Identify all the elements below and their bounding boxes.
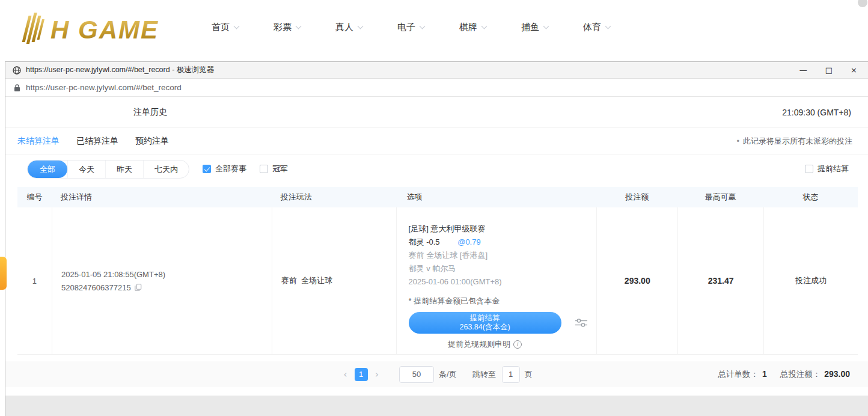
col-header-play-type: 投注玩法 [272,192,396,203]
date-filter-group: 全部 今天 昨天 七天内 [27,160,189,179]
nav-item-label: 体育 [583,22,601,33]
chevron-down-icon [358,23,364,29]
nav-item-label: 真人 [335,22,353,33]
nav-item-label: 首页 [212,22,230,33]
champion-checkbox[interactable]: 冠军 [260,164,288,174]
clock: 21:09:30 (GMT+8) [782,108,851,117]
col-header-max-win: 最高可赢 [677,192,763,203]
tab-reserved[interactable]: 预约注单 [135,136,169,147]
cashout-button[interactable]: 提前结算 263.84(含本金) [409,312,561,334]
pick-line: 都灵 -0.5 @0.79 [409,236,597,249]
col-header-details: 投注详情 [52,192,272,203]
nav-item-fishing[interactable]: 捕鱼 [521,22,548,33]
nav-item-label: 捕鱼 [521,22,539,33]
nav-item-label: 棋牌 [459,22,477,33]
bet-id-line: 5208247606377215 [61,283,272,292]
nav-item-label: 电子 [397,22,415,33]
bullet-icon: • [736,136,739,145]
early-settle-label: 提前结算 [818,164,849,174]
copy-icon[interactable] [135,284,142,291]
total-amount-value: 293.00 [824,369,850,379]
next-page-button[interactable]: › [373,369,381,380]
site-logo[interactable]: H GAME [17,10,185,47]
total-count-label: 总计单数： [718,369,759,380]
tabs-note-text: 此记录将显示所有未派彩的投注 [743,136,852,147]
nav-item-live[interactable]: 真人 [335,22,362,33]
early-settle-checkbox[interactable]: 提前结算 [805,164,849,174]
site-header: H GAME 首页 彩票 真人 电子 棋牌 [0,0,868,61]
prev-page-button[interactable]: ‹ [341,369,349,380]
cashout-adjust-icon[interactable] [575,318,588,328]
nav-item-cards[interactable]: 棋牌 [459,22,486,33]
page-spacer [5,387,868,396]
url-text[interactable]: https://user-pc-new.jylywl.com/#/bet_rec… [26,83,182,92]
screen: H GAME 首页 彩票 真人 电子 棋牌 [0,0,868,416]
cell-option: [足球] 意大利甲级联赛 都灵 -0.5 @0.79 赛前 全场让球 [香港盘]… [396,207,597,354]
table-header: 编号 投注详情 投注玩法 选项 投注额 最高可赢 状态 [17,187,858,207]
date-filter-yesterday[interactable]: 昨天 [105,161,143,178]
date-filter-today[interactable]: 今天 [67,161,105,178]
info-icon: i [513,340,522,349]
bet-table: 编号 投注详情 投注玩法 选项 投注额 最高可赢 状态 1 2025-01-05… [17,187,858,355]
lock-icon [14,84,20,92]
nav-item-home[interactable]: 首页 [212,22,239,33]
nav-item-label: 彩票 [274,22,292,33]
current-page-button[interactable]: 1 [355,368,368,381]
tab-unsettled[interactable]: 未结算注单 [17,136,60,147]
checkbox-unchecked-icon [805,165,813,173]
cashout-button-amount: 263.84(含本金) [460,323,510,332]
window-title: https://user-pc-new.jylywl.com/#/bet_rec… [26,65,214,75]
total-amount-group: 总投注额： 293.00 [780,369,850,380]
window-controls: — □ × [799,66,861,74]
cell-bet-amount: 293.00 [596,207,677,354]
chevron-down-icon [605,23,611,29]
all-events-label: 全部赛事 [215,164,246,174]
bet-id: 5208247606377215 [61,283,131,292]
pick-selection: 都灵 -0.5 [409,237,440,246]
checkbox-checked-icon [203,165,211,173]
date-filter-all[interactable]: 全部 [28,161,67,178]
address-bar[interactable]: https://user-pc-new.jylywl.com/#/bet_rec… [5,79,868,97]
col-header-option: 选项 [396,192,597,203]
cashout-rules-link[interactable]: 提前兑现规则申明 i [409,339,561,350]
pagination-bar: ‹ 1 › 条/页 跳转至 页 总计单数： 1 总投注额： [5,361,868,387]
bet-record-page: 注单历史 21:09:30 (GMT+8) 未结算注单 已结算注单 预约注单 •… [5,97,868,416]
total-count-group: 总计单数： 1 [718,369,766,380]
total-amount-label: 总投注额： [780,369,821,380]
minimize-button[interactable]: — [799,66,807,74]
corner-float-icon[interactable] [858,0,867,7]
cashout-row: 提前结算 263.84(含本金) [409,312,597,334]
nav-item-slots[interactable]: 电子 [397,22,424,33]
browser-window: https://user-pc-new.jylywl.com/#/bet_rec… [5,61,868,416]
jump-to-label: 跳转至 [472,369,496,380]
chevron-down-icon [296,23,302,29]
rules-link-text: 提前兑现规则申明 [448,339,510,350]
chevron-down-icon [420,23,426,29]
totals: 总计单数： 1 总投注额： 293.00 [718,361,850,387]
tabs-note: • 此记录将显示所有未派彩的投注 [736,136,852,147]
champion-label: 冠军 [272,164,288,174]
pagination-controls: ‹ 1 › 条/页 跳转至 页 [341,366,532,383]
chevron-down-icon [481,23,487,29]
nav-item-sports[interactable]: 体育 [583,22,610,33]
match-teams: 都灵 v 帕尔马 [409,262,597,275]
col-header-status: 状态 [763,192,858,203]
floating-widget-tab[interactable] [0,257,7,290]
nav-item-lottery[interactable]: 彩票 [274,22,301,33]
page-size-input[interactable] [399,366,434,383]
date-filter-7days[interactable]: 七天内 [143,161,189,178]
all-events-checkbox[interactable]: 全部赛事 [203,164,246,174]
page-title: 注单历史 [133,107,167,118]
maximize-button[interactable]: □ [825,66,833,74]
close-button[interactable]: × [851,66,857,74]
chevron-down-icon [543,23,549,29]
market-type: 赛前 全场让球 [香港盘] [409,249,597,262]
per-page-label: 条/页 [439,369,457,380]
table-row: 1 2025-01-05 21:08:55(GMT+8) 52082476063… [17,207,858,355]
jump-page-input[interactable] [502,366,520,383]
main-nav: 首页 彩票 真人 电子 棋牌 捕鱼 [212,0,610,54]
tab-settled[interactable]: 已结算注单 [76,136,118,147]
total-count-value: 1 [762,369,767,379]
browser-titlebar[interactable]: https://user-pc-new.jylywl.com/#/bet_rec… [5,62,868,79]
cashout-button-title: 提前结算 [470,314,500,323]
